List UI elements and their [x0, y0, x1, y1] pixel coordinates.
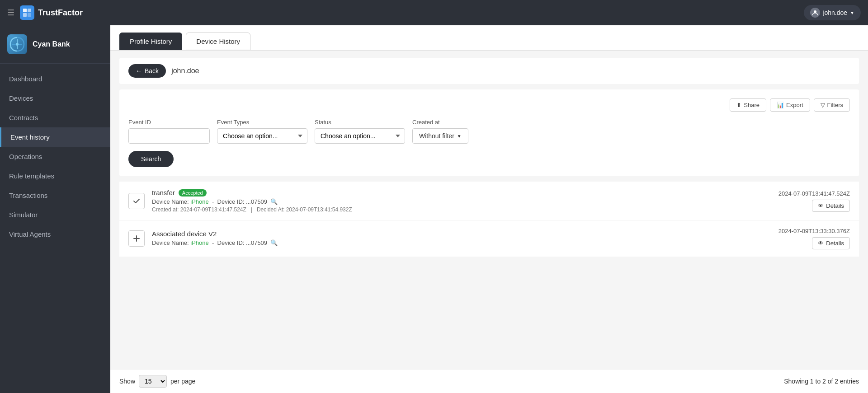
hamburger-icon[interactable]: ☰ — [7, 8, 14, 18]
svg-point-5 — [16, 43, 19, 46]
device-id-1: ...07509 — [246, 198, 267, 205]
filter-row: Event ID Event Types Choose an option...… — [128, 119, 850, 144]
event-dates-1: Created at: 2024-07-09T13:41:47.524Z | D… — [152, 206, 771, 213]
event-right-2: 2024-07-09T13:33:30.376Z 👁 Details — [778, 228, 850, 249]
sidebar-label-operations: Operations — [9, 153, 42, 160]
filter-icon: ▽ — [821, 102, 825, 108]
event-name-1: transfer — [152, 189, 175, 196]
user-menu[interactable]: john.doe ▼ — [804, 5, 861, 20]
event-timestamp-2: 2024-07-09T13:33:30.376Z — [778, 228, 850, 234]
details-label-1: Details — [826, 202, 844, 209]
device-id-2: ...07509 — [246, 239, 267, 246]
pagination-bar: Show 15 25 50 100 per page Showing 1 to … — [110, 369, 868, 393]
event-title-row-1: transfer Accepted — [152, 189, 771, 196]
search-button[interactable]: Search — [128, 151, 174, 167]
profile-username: john.doe — [171, 67, 199, 75]
page-size-selector: Show 15 25 50 100 per page — [119, 375, 195, 388]
without-filter-label: Without filter — [419, 132, 454, 140]
without-filter-button[interactable]: Without filter ▼ — [412, 128, 468, 144]
share-icon: ⬆ — [736, 102, 741, 108]
event-row: transfer Accepted Device Name: iPhone - … — [119, 182, 859, 220]
event-name-2: Associated device V2 — [152, 230, 217, 238]
sidebar: Cyan Bank Dashboard Devices Contracts Ev… — [0, 25, 110, 393]
sidebar-item-operations[interactable]: Operations — [0, 147, 110, 166]
svg-point-4 — [814, 10, 816, 13]
sidebar-item-event-history[interactable]: Event history — [0, 127, 110, 147]
svg-rect-3 — [28, 13, 31, 17]
event-decided-at-1: Decided At: 2024-07-09T13:41:54.932Z — [257, 206, 352, 213]
brand-logo: TrustFactor — [20, 5, 83, 20]
event-icon-plus — [128, 230, 145, 247]
details-button-2[interactable]: 👁 Details — [812, 237, 850, 249]
status-select[interactable]: Choose an option... — [315, 128, 405, 144]
sidebar-label-virtual-agents: Virtual Agents — [9, 230, 51, 238]
filter-panel: ⬆ Share 📊 Export ▽ Filters Event ID — [119, 89, 859, 176]
sidebar-nav: Dashboard Devices Contracts Event histor… — [0, 64, 110, 393]
per-page-label: per page — [170, 378, 195, 385]
sidebar-label-contracts: Contracts — [9, 114, 38, 122]
sidebar-item-simulator[interactable]: Simulator — [0, 205, 110, 225]
search-icon[interactable]: 🔍 — [270, 198, 278, 205]
created-at-label: Created at — [412, 119, 468, 126]
sidebar-label-event-history: Event history — [10, 133, 50, 141]
main-layout: Cyan Bank Dashboard Devices Contracts Ev… — [0, 25, 868, 393]
details-label-2: Details — [826, 240, 844, 247]
back-label: Back — [145, 67, 159, 75]
details-button-1[interactable]: 👁 Details — [812, 200, 850, 212]
chevron-down-icon: ▼ — [457, 134, 462, 139]
eye-icon-1: 👁 — [818, 202, 824, 209]
event-icon-check — [128, 193, 145, 209]
filter-group-status: Status Choose an option... — [315, 119, 405, 144]
navbar: ☰ TrustFactor john.doe ▼ — [0, 0, 868, 25]
filter-toolbar: ⬆ Share 📊 Export ▽ Filters — [128, 98, 850, 112]
tab-profile-history[interactable]: Profile History — [119, 33, 182, 50]
sidebar-item-virtual-agents[interactable]: Virtual Agents — [0, 225, 110, 244]
event-badge-1: Accepted — [179, 189, 207, 196]
device-name-1: iPhone — [190, 198, 208, 205]
export-label: Export — [786, 102, 803, 108]
user-name: john.doe — [823, 9, 847, 16]
tab-device-history[interactable]: Device History — [186, 33, 250, 50]
chevron-down-icon: ▼ — [850, 10, 854, 15]
filter-group-event-id: Event ID — [128, 119, 210, 144]
sidebar-item-contracts[interactable]: Contracts — [0, 108, 110, 127]
event-id-label: Event ID — [128, 119, 210, 126]
user-avatar — [810, 8, 820, 18]
event-list: transfer Accepted Device Name: iPhone - … — [119, 182, 859, 257]
sidebar-label-simulator: Simulator — [9, 211, 38, 219]
sidebar-item-dashboard[interactable]: Dashboard — [0, 69, 110, 89]
event-detail-2: Device Name: iPhone - Device ID: ...0750… — [152, 239, 771, 246]
sidebar-item-devices[interactable]: Devices — [0, 89, 110, 108]
sidebar-label-devices: Devices — [9, 94, 33, 102]
event-detail-1: Device Name: iPhone - Device ID: ...0750… — [152, 198, 771, 205]
svg-rect-1 — [28, 9, 31, 12]
event-id-input[interactable] — [128, 128, 210, 144]
event-created-at-1: Created at: 2024-07-09T13:41:47.524Z — [152, 206, 246, 213]
event-types-select[interactable]: Choose an option... — [217, 128, 307, 144]
brand-name: TrustFactor — [38, 8, 83, 18]
content-area: Profile History Device History ← Back jo… — [110, 25, 868, 393]
export-button[interactable]: 📊 Export — [770, 98, 810, 112]
event-right-1: 2024-07-09T13:41:47.524Z 👁 Details — [778, 190, 850, 212]
brand-icon — [20, 5, 34, 20]
filter-group-created-at: Created at Without filter ▼ — [412, 119, 468, 144]
showing-text: Showing 1 to 2 of 2 entries — [784, 378, 859, 385]
sidebar-bank-name: Cyan Bank — [33, 40, 70, 48]
navbar-left: ☰ TrustFactor — [7, 5, 83, 20]
sidebar-label-rule-templates: Rule templates — [9, 172, 54, 180]
search-icon-2[interactable]: 🔍 — [270, 239, 278, 246]
sidebar-item-transactions[interactable]: Transactions — [0, 186, 110, 205]
sidebar-item-rule-templates[interactable]: Rule templates — [0, 166, 110, 186]
event-timestamp-1: 2024-07-09T13:41:47.524Z — [778, 190, 850, 197]
page-size-select[interactable]: 15 25 50 100 — [139, 375, 167, 388]
filters-button[interactable]: ▽ Filters — [814, 98, 850, 112]
share-button[interactable]: ⬆ Share — [730, 98, 766, 112]
eye-icon-2: 👁 — [818, 240, 824, 247]
event-body-1: transfer Accepted Device Name: iPhone - … — [152, 189, 771, 213]
back-button[interactable]: ← Back — [128, 64, 166, 78]
arrow-left-icon: ← — [136, 67, 142, 75]
device-name-2: iPhone — [190, 239, 208, 246]
event-body-2: Associated device V2 Device Name: iPhone… — [152, 230, 771, 248]
event-types-label: Event Types — [217, 119, 307, 126]
status-label: Status — [315, 119, 405, 126]
